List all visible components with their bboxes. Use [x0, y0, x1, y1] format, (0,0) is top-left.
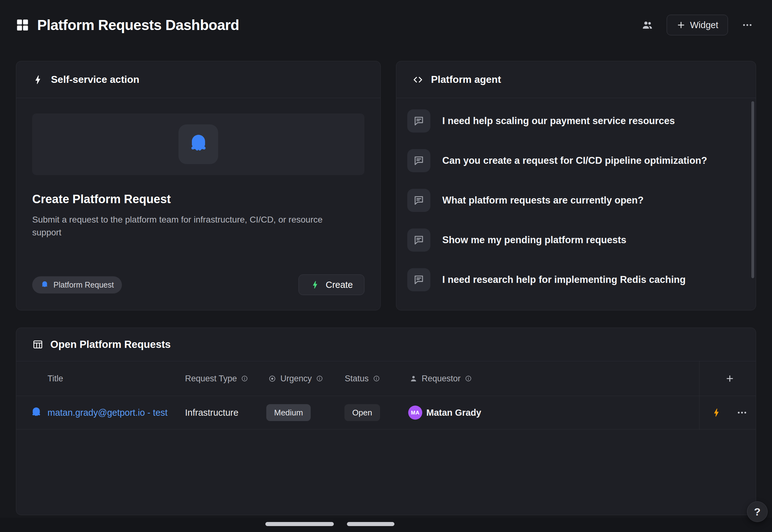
header-actions: Widget [639, 15, 756, 35]
code-icon [412, 74, 424, 85]
plus-icon [676, 20, 686, 30]
page-header: Platform Requests Dashboard Widget [16, 0, 756, 50]
ellipsis-icon [742, 19, 753, 31]
dashboard-logo-icon [16, 18, 29, 32]
agent-suggestion-text: Show me my pending platform requests [442, 234, 626, 246]
info-icon[interactable] [316, 375, 323, 382]
request-type-value: Infrastructure [185, 408, 238, 418]
chat-bubble-icon [407, 149, 430, 172]
vertical-scrollbar[interactable] [751, 101, 754, 278]
column-header-urgency[interactable]: Urgency [268, 374, 323, 384]
add-column-button[interactable] [721, 370, 739, 387]
horizontal-scrollbar[interactable] [347, 522, 394, 526]
requestor-avatar: MA [408, 406, 422, 420]
requestor-cell: MA Matan Grady [408, 406, 481, 420]
title-group: Platform Requests Dashboard [16, 17, 239, 33]
status-badge: Open [344, 404, 380, 421]
agent-suggestion-text: What platform requests are currently ope… [442, 195, 644, 206]
urgency-cell: Medium [266, 404, 311, 421]
open-requests-card: Open Platform Requests Title Request Typ… [16, 328, 756, 515]
radio-icon [268, 374, 276, 383]
agent-suggestion-text: I need research help for implementing Re… [442, 274, 686, 285]
lightning-icon [32, 74, 43, 85]
platform-agent-card: Platform agent I need help scaling our p… [396, 61, 756, 310]
chat-bubble-icon [407, 109, 430, 133]
add-widget-button[interactable]: Widget [667, 15, 728, 35]
urgency-badge: Medium [266, 404, 311, 421]
table-header-row: Title Request Type Urgency Status Reques… [16, 361, 756, 396]
horizontal-scrollbar[interactable] [265, 522, 334, 526]
status-cell: Open [344, 404, 380, 421]
help-button[interactable]: ? [747, 501, 768, 522]
action-title: Create Platform Request [32, 193, 364, 206]
requestor-name: Matan Grady [426, 408, 481, 418]
page-menu-button[interactable] [739, 16, 756, 34]
row-action-lightning-button[interactable] [708, 404, 724, 421]
plus-icon [725, 374, 734, 383]
create-button-label: Create [326, 280, 353, 290]
octopus-icon [40, 280, 49, 289]
agent-suggestion-list: I need help scaling our payment service … [396, 98, 756, 301]
row-menu-button[interactable] [733, 404, 751, 421]
agent-suggestion-text: I need help scaling our payment service … [442, 115, 675, 127]
platform-agent-card-title: Platform agent [431, 74, 501, 85]
agent-suggestion-item[interactable]: What platform requests are currently ope… [407, 189, 745, 212]
table-icon [32, 339, 43, 350]
octopus-tile [178, 124, 218, 164]
column-header-title[interactable]: Title [48, 374, 63, 384]
lightning-icon [310, 280, 320, 290]
platform-request-tag-label: Platform Request [53, 280, 114, 289]
info-icon[interactable] [241, 375, 248, 382]
octopus-icon [186, 132, 211, 157]
person-icon [409, 374, 418, 383]
self-service-body: Create Platform Request Submit a request… [16, 98, 380, 311]
open-requests-card-header: Open Platform Requests [16, 328, 756, 361]
self-service-footer: Platform Request Create [32, 274, 364, 295]
column-header-request-type[interactable]: Request Type [185, 374, 248, 384]
self-service-card-header: Self-service action [16, 61, 380, 98]
chat-bubble-icon [407, 189, 430, 212]
info-icon[interactable] [465, 375, 472, 382]
bottom-scroll-area [0, 518, 772, 532]
agent-suggestion-item[interactable]: I need research help for implementing Re… [407, 268, 745, 291]
table-row: matan.grady@getport.io - test Infrastruc… [16, 396, 756, 429]
agent-suggestion-text: Can you create a request for CI/CD pipel… [442, 155, 707, 166]
lightning-icon [711, 407, 722, 418]
action-description: Submit a request to the platform team fo… [32, 213, 348, 239]
add-widget-label: Widget [690, 20, 718, 30]
share-users-icon[interactable] [639, 16, 656, 34]
agent-suggestion-item[interactable]: Show me my pending platform requests [407, 228, 745, 252]
platform-agent-card-header: Platform agent [396, 61, 756, 98]
agent-suggestion-item[interactable]: Can you create a request for CI/CD pipel… [407, 149, 745, 172]
info-icon[interactable] [373, 375, 380, 382]
chat-bubble-icon [407, 268, 430, 291]
self-service-card-title: Self-service action [51, 74, 139, 85]
action-preview-panel [32, 113, 364, 175]
page-title: Platform Requests Dashboard [37, 17, 239, 33]
request-title-link[interactable]: matan.grady@getport.io - test [48, 408, 168, 418]
column-header-status[interactable]: Status [345, 374, 380, 384]
octopus-icon [30, 406, 43, 419]
self-service-card: Self-service action Create Platform Requ… [16, 61, 381, 310]
create-button[interactable]: Create [298, 274, 364, 295]
platform-request-tag: Platform Request [32, 276, 122, 294]
column-header-requestor[interactable]: Requestor [409, 374, 472, 384]
chat-bubble-icon [407, 228, 430, 252]
agent-suggestion-item[interactable]: I need help scaling our payment service … [407, 109, 745, 133]
open-requests-card-title: Open Platform Requests [50, 339, 171, 350]
ellipsis-icon [736, 407, 748, 418]
